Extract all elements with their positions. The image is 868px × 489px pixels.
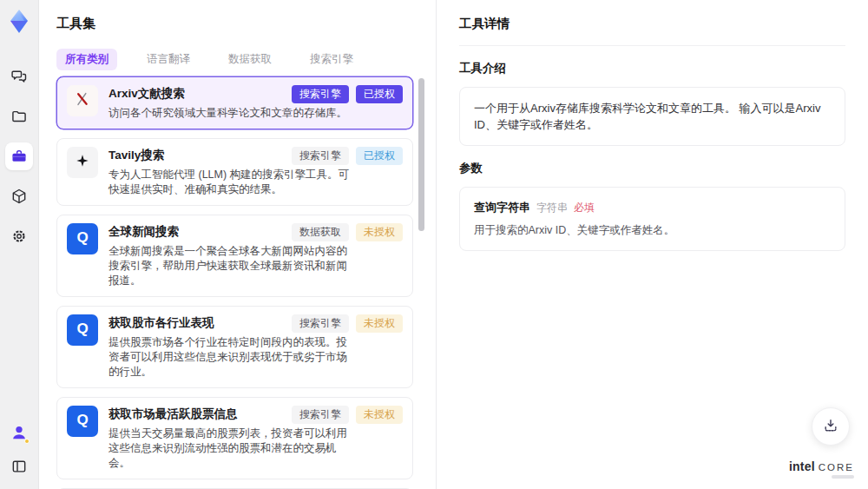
parameter-description: 用于搜索的Arxiv ID、关键字或作者姓名。	[474, 223, 831, 238]
scrollbar[interactable]	[418, 76, 424, 489]
category-tab[interactable]: 所有类别	[56, 49, 117, 70]
tool-name: 获取市场最活跃股票信息	[108, 406, 238, 421]
tool-description: 提供当天交易量最高的股票列表，投资者可以利用这些信息来识别流动性强的股票和潜在的…	[108, 426, 353, 471]
nav-tools[interactable]	[5, 142, 33, 170]
category-badge: 搜索引擎	[292, 85, 349, 103]
tool-list: Arxiv文献搜索 搜索引擎 已授权 访问各个研究领域大量科学论文和文章的存储库…	[56, 76, 413, 489]
tool-card[interactable]: Q 全球新闻搜索 数据获取 未授权 全球新闻搜索是一个聚合全球各大新闻网站内容的…	[56, 215, 413, 297]
auth-status-badge: 已授权	[356, 85, 403, 103]
q-logo-icon: Q	[76, 412, 88, 429]
folder-icon	[10, 108, 28, 125]
nav-chat[interactable]	[5, 63, 33, 90]
tool-card[interactable]: Tavily搜索 搜索引擎 已授权 专为人工智能代理 (LLM) 构建的搜索引擎…	[56, 138, 413, 206]
tool-detail-panel: 工具详情 工具介绍 一个用于从Arxiv存储库搜索科学论文和文章的工具。 输入可…	[437, 0, 868, 489]
scrollbar-thumb[interactable]	[418, 78, 424, 231]
parameter-type: 字符串	[536, 201, 568, 215]
tool-description: 提供股票市场各个行业在特定时间段内的表现。投资者可以利用这些信息来识别表现优于或…	[108, 335, 353, 380]
auth-status-badge: 未授权	[356, 314, 403, 333]
parameter-name: 查询字符串	[474, 200, 530, 215]
category-tab[interactable]: 数据获取	[220, 49, 280, 70]
tool-description: 访问各个研究领域大量科学论文和文章的存储库。	[108, 106, 353, 121]
tool-name: Tavily搜索	[108, 147, 164, 162]
category-badge: 搜索引擎	[292, 406, 349, 424]
tool-name: 获取股市各行业表现	[108, 314, 214, 330]
nav-settings[interactable]	[5, 222, 33, 250]
category-tab[interactable]: 搜索引擎	[301, 49, 362, 70]
sparkle-icon	[74, 152, 91, 173]
rail-bottom	[8, 423, 30, 479]
app-window: 工具集 所有类别语言翻译数据获取搜索引擎	[0, 0, 868, 489]
category-badge: 搜索引擎	[292, 147, 349, 165]
gear-icon	[10, 228, 28, 245]
brand-accent-bar	[832, 475, 854, 479]
tool-name: Arxiv文献搜索	[108, 85, 185, 101]
avatar-status-dot	[24, 439, 30, 444]
detail-title: 工具详情	[459, 16, 845, 46]
category-badge: 数据获取	[292, 223, 349, 241]
q-logo-icon: Q	[76, 229, 88, 247]
category-tabs: 所有类别语言翻译数据获取搜索引擎	[56, 49, 413, 69]
brand-core-text: CORE	[819, 462, 854, 472]
nav-packages[interactable]	[5, 182, 33, 210]
category-tab[interactable]: 语言翻译	[138, 49, 199, 70]
tool-card[interactable]: Arxiv文献搜索 搜索引擎 已授权 访问各个研究领域大量科学论文和文章的存储库…	[56, 76, 413, 129]
auth-status-badge: 已授权	[356, 147, 403, 165]
parameter-required-flag: 必填	[574, 201, 595, 215]
auth-status-badge: 未授权	[356, 406, 403, 424]
panel-collapse-icon	[10, 463, 28, 478]
intro-section-title: 工具介绍	[459, 61, 845, 76]
tool-list-panel: 工具集 所有类别语言翻译数据获取搜索引擎	[39, 0, 437, 489]
brand-intel-text: intel	[789, 459, 815, 473]
left-rail	[0, 0, 39, 489]
tool-description: 专为人工智能代理 (LLM) 构建的搜索引擎工具。可快速提供实时、准确和真实的结…	[108, 168, 353, 197]
page-title: 工具集	[56, 16, 413, 31]
tool-card[interactable]: Q 获取股市各行业表现 搜索引擎 未授权 提供股票市场各个行业在特定时间段内的表…	[56, 306, 413, 388]
category-badge: 搜索引擎	[292, 314, 349, 333]
intel-core-logo: intel CORE	[789, 459, 854, 479]
nav-files[interactable]	[5, 102, 33, 130]
chat-icon	[10, 68, 28, 85]
panel-collapse-button[interactable]	[10, 458, 28, 479]
download-icon	[822, 417, 839, 437]
user-avatar[interactable]	[8, 423, 30, 446]
app-logo gem-logo	[4, 7, 34, 36]
arxiv-logo-icon	[74, 90, 91, 111]
tool-intro-text: 一个用于从Arxiv存储库搜索科学论文和文章的工具。 输入可以是Arxiv ID…	[459, 87, 845, 146]
tool-card[interactable]: Q 获取市场最活跃股票信息 搜索引擎 未授权 提供当天交易量最高的股票列表，投资…	[56, 397, 413, 479]
tool-description: 全球新闻搜索是一个聚合全球各大新闻网站内容的搜索引擎，帮助用户快速获取全球最新资…	[108, 244, 353, 288]
q-logo-icon: Q	[76, 320, 88, 338]
download-button[interactable]	[812, 407, 850, 446]
cube-icon	[10, 188, 28, 205]
tool-name: 全球新闻搜索	[108, 223, 179, 239]
rail-nav	[5, 63, 33, 250]
auth-status-badge: 未授权	[356, 223, 403, 241]
briefcase-icon	[10, 148, 28, 165]
params-section-title: 参数	[459, 161, 845, 176]
parameter-card: 查询字符串 字符串 必填 用于搜索的Arxiv ID、关键字或作者姓名。	[459, 187, 845, 251]
